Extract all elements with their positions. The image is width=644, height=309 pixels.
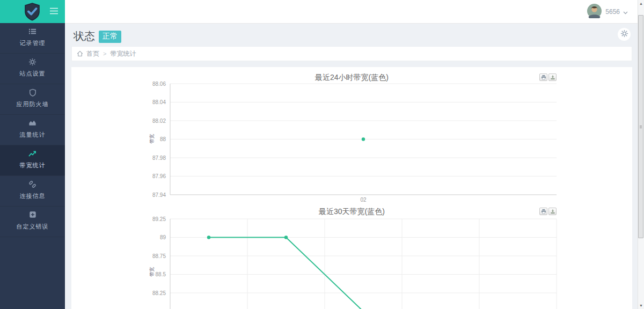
settings-button[interactable] [618,28,631,41]
svg-text:89.25: 89.25 [152,216,166,222]
username: 5656 [605,8,620,16]
sidebar-item-records[interactable]: 记录管理 [0,23,65,54]
vertical-scrollbar: ▲ ▼ [638,0,644,309]
svg-text:02: 02 [360,197,367,203]
user-menu[interactable]: 5656 [587,4,628,19]
sidebar-logo-block [0,0,65,23]
status-badge: 正常 [99,31,121,43]
svg-text:88.25: 88.25 [152,290,166,296]
gear-icon [620,30,628,40]
sidebar: 记录管理站点设置应用防火墙流量统计带宽统计连接信息自定义错误 [0,0,65,309]
sidebar-item-app-firewall[interactable]: 应用防火墙 [0,84,65,115]
svg-text:87.94: 87.94 [152,192,166,198]
svg-text:87.98: 87.98 [152,155,166,161]
app-root: 记录管理站点设置应用防火墙流量统计带宽统计连接信息自定义错误 5656 状态 正… [0,0,644,309]
svg-text:88.04: 88.04 [152,99,166,105]
line-chart-icon [0,150,65,159]
area-chart-icon [0,119,65,128]
scroll-down-arrow-icon[interactable]: ▼ [638,302,644,309]
svg-text:88.75: 88.75 [152,253,166,259]
svg-text:88.5: 88.5 [156,271,166,277]
link-icon [0,180,65,189]
sidebar-item-label: 自定义错误 [0,223,65,231]
list-icon [0,27,65,36]
sidebar-item-custom-error[interactable]: 自定义错误 [0,207,65,237]
page-title: 状态 [74,29,95,43]
scroll-up-arrow-icon[interactable]: ▲ [638,0,644,7]
breadcrumb: 首页 > 带宽统计 [71,46,632,61]
breadcrumb-separator: > [103,50,106,57]
svg-text:87.96: 87.96 [152,173,166,179]
breadcrumb-current: 带宽统计 [110,49,136,58]
svg-text:88.06: 88.06 [152,81,166,87]
sidebar-item-label: 连接信息 [0,192,65,200]
avatar [587,4,602,20]
top-header: 5656 [65,0,644,24]
sidebar-item-bandwidth-stats[interactable]: 带宽统计 [0,145,65,176]
chart-24h-canvas: 88.0688.0488.028887.9887.9687.9402 [145,71,569,207]
breadcrumb-home-link[interactable]: 首页 [86,49,99,58]
svg-text:89: 89 [160,234,166,240]
sidebar-menu: 记录管理站点设置应用防火墙流量统计带宽统计连接信息自定义错误 [0,23,65,237]
shield-check-logo-icon [23,2,42,24]
sidebar-item-site-settings[interactable]: 站点设置 [0,54,65,84]
home-icon [76,50,84,57]
chevron-down-icon [623,7,628,17]
plus-square-icon [0,211,65,220]
gear-icon [0,58,65,67]
shield-icon [0,89,65,98]
sidebar-item-label: 记录管理 [0,39,65,47]
sidebar-item-label: 流量统计 [0,131,65,139]
sidebar-item-traffic-stats[interactable]: 流量统计 [0,115,65,145]
sidebar-item-connection-info[interactable]: 连接信息 [0,176,65,207]
svg-text:88.02: 88.02 [152,118,166,124]
chart-30d-canvas: 89.258988.7588.588.25 [145,205,569,309]
scrollbar-thumb[interactable] [638,15,643,238]
sidebar-item-label: 站点设置 [0,70,65,78]
sidebar-item-label: 应用防火墙 [0,100,65,108]
svg-text:88: 88 [160,136,166,142]
sidebar-item-label: 带宽统计 [0,161,65,170]
hamburger-icon[interactable] [49,7,59,16]
